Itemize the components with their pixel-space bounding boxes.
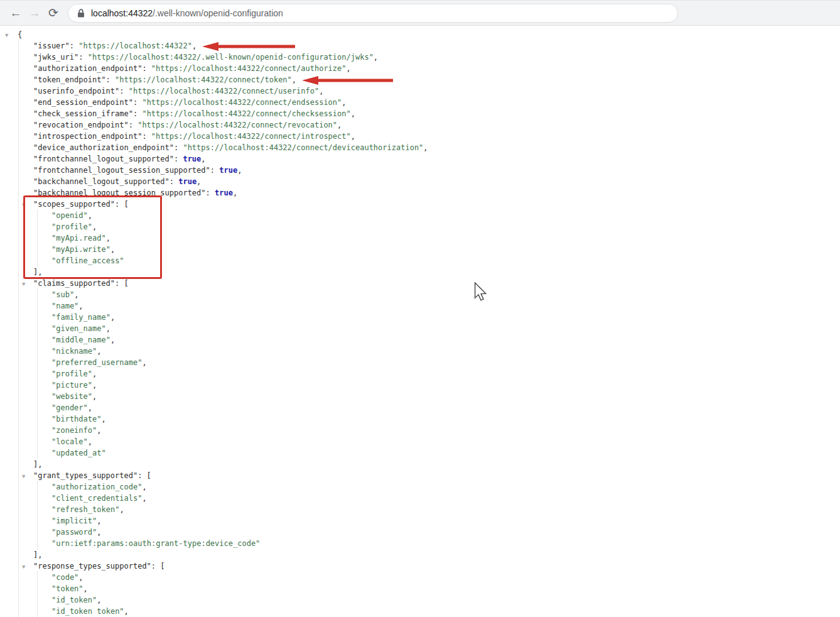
json-key: "frontchannel_logout_supported" bbox=[33, 155, 174, 163]
json-value: "https://localhost:44322/connect/authori… bbox=[151, 64, 347, 73]
json-comma: , bbox=[201, 155, 205, 163]
json-line-userinfo_endpoint: "userinfo_endpoint": "https://localhost:… bbox=[19, 85, 840, 97]
json-item-value: "openid" bbox=[51, 211, 88, 220]
json-line-check_session_iframe: "check_session_iframe": "https://localho… bbox=[19, 108, 840, 119]
json-comma: , bbox=[351, 109, 355, 118]
json-array-items: "authorization_code","client_credentials… bbox=[37, 481, 840, 549]
json-item-value: "profile" bbox=[51, 369, 92, 378]
json-array-item: "middle_name", bbox=[38, 334, 840, 346]
json-line-introspection_endpoint: "introspection_endpoint": "https://local… bbox=[19, 131, 840, 142]
json-colon: : bbox=[174, 143, 183, 152]
json-comma: , bbox=[78, 302, 83, 310]
json-item-value: "name" bbox=[51, 302, 78, 310]
reload-button[interactable]: ⟳ bbox=[44, 4, 63, 23]
forward-button[interactable]: → bbox=[25, 4, 44, 23]
json-value: true bbox=[215, 188, 233, 197]
json-value: true bbox=[183, 155, 201, 163]
json-key: "response_types_supported" bbox=[33, 562, 151, 571]
json-array-response_types_supported: ▼"response_types_supported": ["code","to… bbox=[19, 560, 840, 617]
json-item-value: "picture" bbox=[51, 381, 92, 390]
json-comma: , bbox=[88, 403, 92, 412]
json-key: "device_authorization_endpoint" bbox=[33, 143, 174, 152]
json-array-item: "openid", bbox=[38, 210, 840, 221]
json-item-value: "id_token" bbox=[51, 596, 97, 604]
json-colon: : bbox=[133, 98, 142, 107]
json-item-value: "myApi.write" bbox=[51, 245, 110, 254]
json-array-item: "offline_access" bbox=[38, 255, 840, 266]
collapse-root-icon[interactable]: ▼ bbox=[5, 30, 8, 41]
json-item-value: "website" bbox=[51, 392, 92, 401]
json-array-item: "password", bbox=[38, 527, 840, 538]
json-line-frontchannel_logout_supported: "frontchannel_logout_supported": true, bbox=[19, 153, 840, 165]
json-key: "introspection_endpoint" bbox=[33, 132, 142, 141]
json-array-item: "profile", bbox=[38, 221, 840, 232]
json-array-item: "id_token token", bbox=[38, 606, 840, 617]
collapse-array-icon[interactable]: ▼ bbox=[22, 199, 25, 210]
json-item-value: "urn:ietf:params:oauth:grant-type:device… bbox=[51, 539, 260, 548]
json-comma: , bbox=[106, 234, 110, 243]
json-array-item: "birthdate", bbox=[38, 413, 840, 425]
json-item-value: "password" bbox=[51, 528, 97, 537]
json-root-children: "issuer": "https://localhost:44322","jwk… bbox=[18, 40, 840, 617]
json-comma: , bbox=[92, 222, 97, 231]
json-key: "revocation_endpoint" bbox=[33, 121, 129, 129]
json-comma: , bbox=[110, 245, 115, 254]
json-item-value: "sub" bbox=[51, 290, 74, 299]
collapse-array-icon[interactable]: ▼ bbox=[22, 561, 25, 572]
address-bar[interactable]: localhost:44322/.well-known/openid-confi… bbox=[68, 4, 678, 23]
json-array-item: "urn:ietf:params:oauth:grant-type:device… bbox=[38, 538, 840, 549]
json-comma: , bbox=[88, 437, 92, 446]
json-array-item: "authorization_code", bbox=[38, 481, 840, 493]
json-line-jwks_uri: "jwks_uri": "https://localhost:44322/.we… bbox=[19, 52, 840, 63]
json-value: "https://localhost:44322/connect/revocat… bbox=[137, 121, 337, 129]
json-item-value: "client_credentials" bbox=[51, 494, 143, 503]
json-item-value: "updated_at" bbox=[51, 449, 106, 457]
json-line-device_authorization_endpoint: "device_authorization_endpoint": "https:… bbox=[19, 142, 840, 153]
json-comma: , bbox=[97, 347, 101, 356]
json-line-backchannel_logout_session_supported: "backchannel_logout_session_supported": … bbox=[19, 187, 840, 199]
json-value: "https://localhost:44322/connect/token" bbox=[115, 75, 292, 84]
json-item-value: "nickname" bbox=[51, 347, 97, 356]
json-colon: : bbox=[210, 166, 219, 175]
json-comma: , bbox=[319, 87, 323, 96]
json-array-item: "id_token", bbox=[38, 594, 840, 606]
json-key: "scopes_supported" bbox=[33, 200, 115, 209]
json-bracket-close: ], bbox=[33, 460, 42, 469]
json-line-backchannel_logout_supported: "backchannel_logout_supported": true, bbox=[19, 176, 840, 187]
json-item-value: "gender" bbox=[51, 403, 88, 412]
json-item-value: "profile" bbox=[51, 222, 92, 231]
json-comma: , bbox=[143, 358, 147, 367]
back-button[interactable]: ← bbox=[6, 4, 25, 23]
browser-toolbar: ← → ⟳ localhost:44322/.well-known/openid… bbox=[0, 0, 840, 26]
json-bracket-open: : [ bbox=[115, 200, 129, 209]
json-item-value: "family_name" bbox=[51, 313, 110, 322]
json-item-value: "given_name" bbox=[51, 324, 106, 333]
json-array-item: "preferred_username", bbox=[38, 357, 840, 368]
json-array-item: "website", bbox=[38, 391, 840, 402]
json-array-item: "family_name", bbox=[38, 312, 840, 323]
json-comma: , bbox=[292, 75, 296, 84]
collapse-array-icon[interactable]: ▼ bbox=[22, 471, 25, 482]
json-comma: , bbox=[110, 313, 115, 322]
json-line-authorization_endpoint: "authorization_endpoint": "https://local… bbox=[19, 63, 840, 74]
json-array-close: ], bbox=[19, 549, 840, 560]
json-comma: , bbox=[423, 143, 428, 152]
json-key: "check_session_iframe" bbox=[33, 109, 133, 118]
json-value: "https://localhost:44322/.well-known/ope… bbox=[88, 53, 374, 62]
json-value: "https://localhost:44322/connect/checkse… bbox=[142, 109, 350, 118]
json-colon: : bbox=[119, 87, 128, 96]
collapse-array-icon[interactable]: ▼ bbox=[22, 278, 25, 290]
json-value: "https://localhost:44322/connect/endsess… bbox=[142, 98, 342, 107]
json-array-item: "token", bbox=[38, 583, 840, 594]
json-comma: , bbox=[233, 188, 237, 197]
json-comma: , bbox=[101, 415, 105, 423]
json-key: "authorization_endpoint" bbox=[33, 64, 142, 73]
url-text: localhost:44322/.well-known/openid-confi… bbox=[91, 8, 283, 18]
json-item-value: "implicit" bbox=[51, 516, 97, 525]
json-array-item: "myApi.read", bbox=[38, 232, 840, 244]
json-comma: , bbox=[143, 494, 147, 503]
json-key: "token_endpoint" bbox=[33, 75, 106, 84]
json-array-item: "updated_at" bbox=[38, 447, 840, 459]
json-comma: , bbox=[351, 132, 355, 141]
json-array-item: "code", bbox=[38, 572, 840, 583]
